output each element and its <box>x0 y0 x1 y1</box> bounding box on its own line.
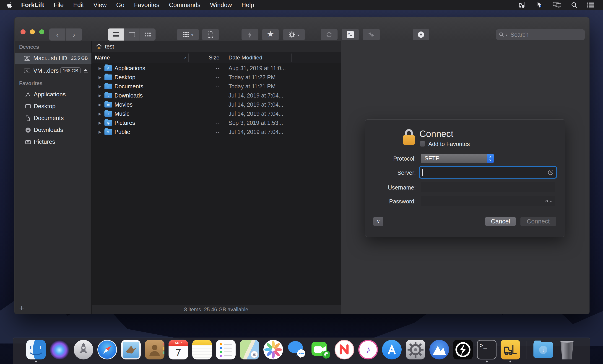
download-queue-button[interactable] <box>413 29 429 40</box>
dock-item-siri[interactable] <box>50 340 70 363</box>
disclosure-triangle-icon[interactable]: ▶ <box>99 112 101 116</box>
path-bar[interactable]: test <box>92 41 341 52</box>
file-row-documents[interactable]: ▶ ▯ Documents -- Today at 11:21 PM <box>92 82 341 91</box>
cancel-button[interactable]: Cancel <box>485 217 516 226</box>
spotlight-icon[interactable] <box>571 2 578 8</box>
dock-item-launchpad[interactable] <box>74 340 93 363</box>
terminal-button[interactable]: >_ <box>342 29 359 40</box>
dock-item-mail[interactable] <box>121 340 141 363</box>
zoom-window-button[interactable] <box>39 29 44 34</box>
sidebar-item-documents[interactable]: Documents <box>15 112 92 124</box>
search-field[interactable]: ∨ Search <box>496 29 585 40</box>
forklift-status-icon[interactable] <box>519 2 527 8</box>
apple-menu-icon[interactable] <box>7 2 13 8</box>
dock-item-system-preferences[interactable] <box>406 340 425 363</box>
eject-icon[interactable] <box>83 69 88 73</box>
dock-item-maps[interactable]: 3D <box>240 340 259 363</box>
column-header-date[interactable]: Date Modified <box>229 55 262 61</box>
menu-item-favorites[interactable]: Favorites <box>129 2 164 9</box>
disclosure-triangle-icon[interactable]: ▶ <box>99 93 101 98</box>
dock-item-itunes[interactable]: ♪ <box>358 340 378 363</box>
username-input[interactable] <box>421 182 555 192</box>
dock-item-terminal[interactable]: >_ <box>477 340 497 363</box>
list-menu-icon[interactable] <box>587 2 594 8</box>
sidebar-item-vm-folders[interactable]: VM...ders 168 GB <box>15 65 92 76</box>
file-row-desktop[interactable]: ▶ Desktop -- Today at 11:22 PM <box>92 73 341 82</box>
add-favorite-button[interactable]: + <box>19 304 24 312</box>
dock-item-appstore[interactable] <box>382 340 402 363</box>
server-input[interactable] <box>420 167 556 178</box>
sync-button[interactable] <box>321 29 337 40</box>
text-cursor <box>422 169 423 176</box>
icon-view-button[interactable] <box>140 28 156 41</box>
dock-item-messages[interactable] <box>287 340 307 363</box>
connect-button[interactable]: Connect <box>521 217 556 226</box>
transfer-button[interactable] <box>363 29 380 40</box>
disclosure-button[interactable]: ∨ <box>373 217 383 226</box>
back-button[interactable]: ‹ <box>49 28 65 41</box>
favorites-button[interactable]: ★ <box>262 29 279 40</box>
pointer-status-icon[interactable] <box>536 2 543 8</box>
disclosure-triangle-icon[interactable]: ▶ <box>99 75 101 79</box>
dock-item-downloads-folder[interactable]: ↓ <box>533 340 553 363</box>
sidebar-item-pictures[interactable]: Pictures <box>15 136 92 147</box>
file-row-music[interactable]: ▶ ♪ Music -- Jul 14, 2019 at 7:04... <box>92 109 341 119</box>
displays-status-icon[interactable] <box>553 2 561 8</box>
password-input[interactable] <box>421 196 555 206</box>
disclosure-triangle-icon[interactable]: ▶ <box>99 102 101 107</box>
add-to-favorites-checkbox[interactable] <box>420 141 425 146</box>
sidebar-item-downloads[interactable]: Downloads <box>15 124 92 135</box>
dock-item-notes[interactable] <box>192 340 212 363</box>
column-divider[interactable] <box>188 54 189 62</box>
dock-item-finder[interactable] <box>26 340 46 363</box>
dock-item-app-mountains[interactable] <box>429 340 449 363</box>
menu-item-file[interactable]: File <box>49 2 69 9</box>
sidebar-item-applications[interactable]: Applications <box>15 89 92 100</box>
menu-item-edit[interactable]: Edit <box>69 2 89 9</box>
disclosure-triangle-icon[interactable]: ▶ <box>99 66 101 70</box>
history-clock-icon[interactable] <box>548 169 554 175</box>
sidebar-item-desktop[interactable]: Desktop <box>15 101 92 112</box>
dashed-rect-icon <box>208 31 213 38</box>
dock-item-app-zigzag[interactable] <box>453 340 473 363</box>
actions-button[interactable]: ∨ <box>283 29 305 40</box>
file-row-applications[interactable]: ▶ A Applications -- Aug 31, 2019 at 11:0… <box>92 64 341 73</box>
dock-item-photos[interactable] <box>263 340 283 363</box>
dock-item-news[interactable] <box>335 340 354 363</box>
column-view-button[interactable] <box>124 28 139 41</box>
menu-item-window[interactable]: Window <box>205 2 237 9</box>
disclosure-triangle-icon[interactable]: ▶ <box>99 121 101 125</box>
dock-item-contacts[interactable] <box>145 340 164 363</box>
column-header-size[interactable]: Size <box>192 55 220 61</box>
dock-item-reminders[interactable] <box>216 340 236 363</box>
column-divider[interactable] <box>226 54 226 62</box>
menu-item-commands[interactable]: Commands <box>164 2 205 9</box>
dock-item-safari[interactable] <box>97 340 117 363</box>
file-row-public[interactable]: ▶ ⇅ Public -- Jul 14, 2019 at 7:04... <box>92 128 341 137</box>
file-row-pictures[interactable]: ▶ ◉ Pictures -- Sep 3, 2019 at 1:53... <box>92 119 341 128</box>
file-row-movies[interactable]: ▶ ▦ Movies -- Jul 14, 2019 at 7:04... <box>92 100 341 109</box>
close-window-button[interactable] <box>21 29 25 34</box>
key-icon[interactable] <box>545 199 552 203</box>
disclosure-triangle-icon[interactable]: ▶ <box>99 84 101 88</box>
minimize-window-button[interactable] <box>30 29 35 34</box>
list-view-button[interactable] <box>108 28 124 41</box>
file-row-downloads[interactable]: ▶ ↓ Downloads -- Jul 14, 2019 at 7:04... <box>92 91 341 100</box>
quick-actions-button[interactable] <box>242 29 258 40</box>
column-header-name[interactable]: Name <box>95 55 110 61</box>
dock-item-facetime[interactable] <box>311 340 330 363</box>
protocol-select[interactable]: SFTP ∧ ∨ <box>421 154 494 163</box>
menu-item-go[interactable]: Go <box>112 2 129 9</box>
column-divider[interactable] <box>291 54 292 62</box>
menu-item-help[interactable]: Help <box>237 2 259 9</box>
dock-item-calendar[interactable]: SEP 7 <box>169 340 188 363</box>
disclosure-triangle-icon[interactable]: ▶ <box>99 130 101 134</box>
menu-app-name[interactable]: ForkLift <box>16 2 49 9</box>
menu-item-view[interactable]: View <box>89 2 112 9</box>
dock-item-trash[interactable] <box>557 340 577 363</box>
dock-item-forklift[interactable] <box>501 340 520 363</box>
sidebar-item-macintosh-hd[interactable]: Maci...sh HD 25.5 GB <box>15 53 92 64</box>
select-button[interactable] <box>202 29 219 40</box>
arrange-button[interactable]: ∨ <box>177 29 199 40</box>
forward-button[interactable]: › <box>66 28 82 41</box>
